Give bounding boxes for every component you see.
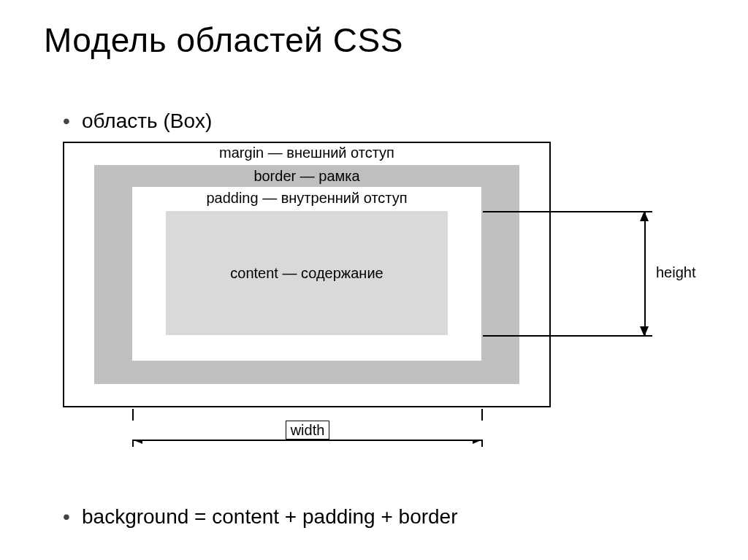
arrow-up-icon	[640, 211, 649, 221]
content-region: content — содержание	[166, 211, 448, 335]
height-label: height	[656, 264, 696, 281]
border-label: border — рамка	[94, 168, 519, 185]
slide-title: Модель областей CSS	[44, 20, 403, 60]
slide: Модель областей CSS область (Box) conten…	[0, 0, 748, 560]
height-ext-line-top	[483, 211, 652, 212]
box-model-diagram: content — содержание margin — внешний от…	[63, 142, 691, 456]
width-label: width	[286, 421, 330, 440]
bullet-box: область (Box)	[82, 110, 212, 133]
height-ext-line-bottom	[483, 335, 652, 337]
content-label: content — содержание	[230, 265, 383, 282]
height-dim-line	[644, 211, 646, 337]
width-dim-line	[132, 440, 483, 441]
padding-label: padding — внутренний отступ	[132, 190, 481, 207]
arrow-down-icon	[640, 326, 649, 337]
width-label-wrap: width	[132, 421, 483, 440]
margin-label: margin — внешний отступ	[63, 145, 551, 161]
bullet-background: background = content + padding + border	[82, 505, 458, 529]
